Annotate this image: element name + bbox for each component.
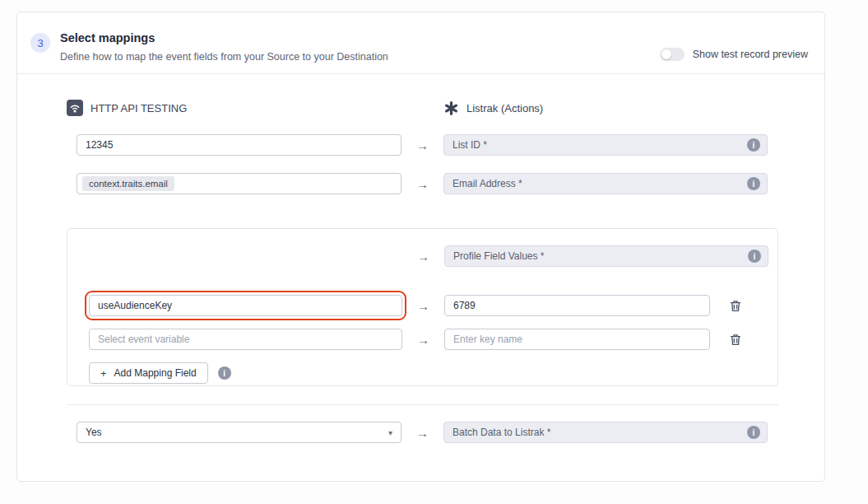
page-title: Select mappings [60,31,388,44]
mapping-key-input[interactable] [89,329,402,350]
toggle-knob [661,49,671,59]
info-icon[interactable]: i [748,250,761,263]
show-test-record-preview-toggle[interactable] [660,48,685,61]
caret-down-icon: ▾ [388,428,392,437]
toggle-label: Show test record preview [693,49,808,60]
email-source-input[interactable]: context.traits.email [77,173,402,194]
page-subtitle: Define how to map the event fields from … [60,51,388,63]
http-api-source-icon [67,100,83,116]
trash-icon [730,334,741,346]
info-icon[interactable]: i [747,426,760,439]
destination-field-label: Email Address * [453,178,522,189]
source-name: HTTP API TESTING [91,102,187,114]
batch-data-selected-value: Yes [86,427,102,438]
info-icon[interactable]: i [747,177,760,190]
card-header: 3 Select mappings Define how to map the … [17,12,824,74]
batch-data-select[interactable]: Yes ▾ [77,422,402,443]
delete-mapping-button[interactable] [728,332,743,348]
destination-field-label: List ID * [453,139,487,151]
section-divider [67,404,778,405]
add-mapping-field-label: Add Mapping Field [114,367,197,379]
event-variable-token[interactable]: context.traits.email [82,176,174,191]
mapping-value-input[interactable] [444,295,710,316]
add-mapping-field-button[interactable]: + Add Mapping Field [89,362,208,384]
listrak-logo-icon [443,100,459,116]
batch-data-destination-field: Batch Data to Listrak * i [443,422,768,443]
trash-icon [730,300,741,312]
destination-field-label: Batch Data to Listrak * [453,427,550,438]
delete-mapping-button[interactable] [728,298,743,314]
arrow-icon: → [402,138,443,152]
mappings-body: HTTP API TESTING Listrak (Actions) → Lis… [17,74,824,443]
step-number-badge: 3 [30,33,50,53]
arrow-icon: → [402,250,444,264]
profile-field-values-destination-field: Profile Field Values * i [444,245,768,267]
email-destination-field: Email Address * i [443,173,768,194]
select-mappings-card: 3 Select mappings Define how to map the … [16,12,825,482]
arrow-icon: → [402,426,443,440]
arrow-icon: → [402,177,443,191]
plus-icon: + [100,367,107,380]
destination-field-label: Profile Field Values * [453,250,545,262]
list-id-source-input[interactable] [77,134,402,156]
arrow-icon: → [402,333,444,347]
info-icon[interactable]: i [747,138,760,152]
destination-name: Listrak (Actions) [466,102,543,114]
mapping-value-input[interactable] [444,329,710,350]
arrow-icon: → [402,299,444,313]
list-id-destination-field: List ID * i [443,134,768,156]
info-icon[interactable]: i [218,366,231,380]
profile-field-values-group: → Profile Field Values * i → [67,228,778,386]
mapping-key-input[interactable] [89,295,402,316]
